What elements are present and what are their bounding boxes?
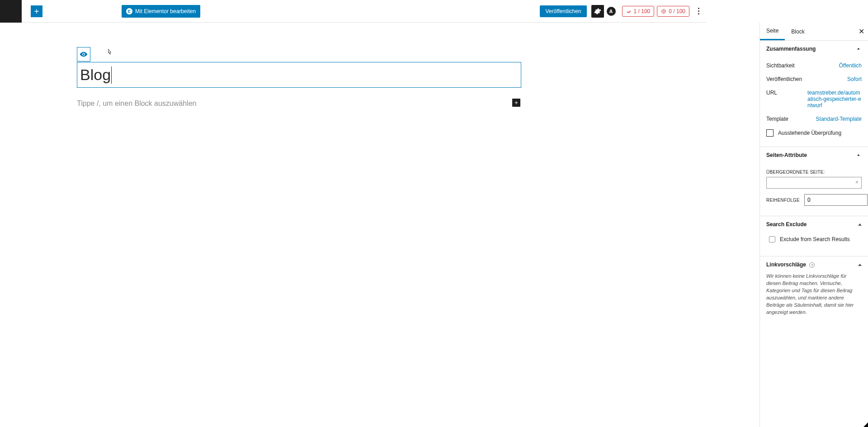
top-toolbar: E Mit Elementor bearbeiten Veröffentlich…	[0, 0, 707, 23]
elementor-icon: E	[126, 8, 132, 14]
plus-icon	[33, 8, 40, 15]
block-placeholder[interactable]: Tippe /, um einen Block auszuwählen	[77, 100, 521, 108]
editor-canvas: Blog Tippe /, um einen Block auszuwählen	[0, 23, 598, 427]
publish-button[interactable]: Veröffentlichen	[540, 5, 586, 17]
seo-score-button[interactable]: 1 / 100	[622, 6, 655, 17]
more-menu[interactable]	[694, 8, 703, 14]
toolbar-right: Veröffentlichen A 1 / 100 0 / 100	[540, 0, 703, 23]
elementor-label: Mit Elementor bearbeiten	[135, 8, 196, 14]
add-block-button[interactable]	[31, 5, 42, 17]
block-preview-handle[interactable]	[77, 47, 90, 62]
plus-icon	[514, 100, 519, 105]
svg-point-0	[662, 9, 666, 13]
eye-icon	[80, 50, 88, 58]
inline-add-block-button[interactable]	[512, 99, 520, 107]
text-caret	[111, 66, 112, 84]
edit-with-elementor-button[interactable]: E Mit Elementor bearbeiten	[122, 5, 200, 18]
astra-icon[interactable]: A	[607, 7, 616, 16]
readability-score-button[interactable]: 0 / 100	[657, 6, 689, 17]
post-title-input[interactable]: Blog	[77, 62, 521, 88]
settings-button[interactable]	[591, 5, 604, 18]
seo-score-text: 1 / 100	[634, 8, 651, 14]
chart-icon	[626, 9, 632, 14]
svg-point-1	[663, 10, 665, 12]
wp-logo[interactable]	[0, 0, 22, 23]
post-title-text: Blog	[80, 66, 111, 84]
pointer-cursor-icon	[106, 49, 113, 58]
readability-score-text: 0 / 100	[669, 8, 685, 14]
target-icon	[661, 9, 666, 14]
gear-icon	[594, 8, 601, 15]
